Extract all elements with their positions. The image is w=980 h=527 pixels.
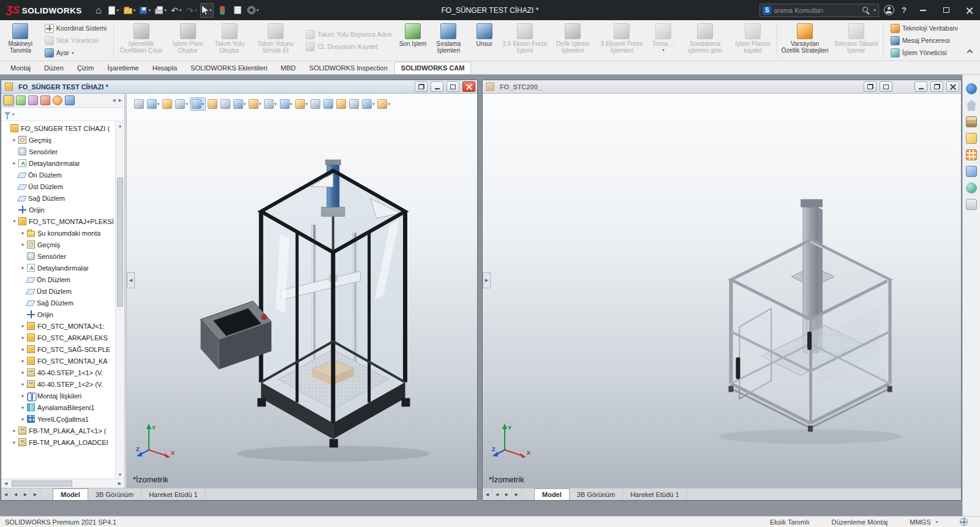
chevron-right-icon[interactable]: ▸: [20, 335, 26, 340]
tab-çizim[interactable]: Çizim: [70, 62, 101, 74]
tab-scroll-prev-button[interactable]: ◀: [11, 488, 21, 500]
tab-solidworks-cam[interactable]: SOLIDWORKS CAM: [394, 62, 472, 74]
chevron-down-icon[interactable]: ▾: [134, 8, 136, 13]
tree-item[interactable]: ▸Şu konumdaki monta: [1, 227, 115, 239]
help-icon[interactable]: [899, 6, 909, 15]
tree-item[interactable]: Orijin: [1, 308, 115, 320]
tree-item[interactable]: Sensörler: [1, 250, 115, 262]
units-chevron-down-icon[interactable]: ▾: [935, 520, 938, 525]
chevron-right-icon[interactable]: ▸: [20, 230, 26, 236]
chevron-down-icon[interactable]: ▾: [209, 8, 212, 13]
chevron-right-icon[interactable]: ▸: [11, 439, 18, 445]
chevron-down-icon[interactable]: ▾: [195, 8, 197, 13]
window-close-button[interactable]: [946, 81, 959, 92]
chevron-right-icon[interactable]: ▸: [20, 393, 26, 398]
custom-properties-icon[interactable]: [966, 199, 977, 210]
window-minimize-button[interactable]: [431, 81, 443, 92]
view-settings-button[interactable]: ▾: [294, 97, 309, 111]
file-properties-button[interactable]: [231, 3, 244, 18]
tree-item[interactable]: ▸Detaylandırmalar: [1, 157, 115, 169]
panel-collapse-handle[interactable]: ▶: [483, 272, 491, 288]
section-view-button[interactable]: ▾: [174, 97, 189, 111]
curvature-button[interactable]: [335, 97, 347, 111]
measure-button[interactable]: [219, 97, 232, 111]
chevron-right-icon[interactable]: ▸: [20, 265, 26, 271]
tab-hesapla[interactable]: Hesapla: [146, 62, 184, 74]
left-window-titlebar[interactable]: FO_SÜNGER TEST CİHAZI *: [1, 80, 477, 94]
doc-tab-hareket-etüdü-1[interactable]: Hareket Etüdü 1: [141, 488, 206, 500]
son-i-şlem-button[interactable]: Son İşlem: [397, 21, 429, 59]
tree-item[interactable]: Sensörler: [1, 146, 115, 157]
tree-filter-row[interactable]: ▾: [1, 108, 124, 121]
window-close-button[interactable]: [462, 81, 475, 92]
pan-button[interactable]: [322, 97, 334, 111]
view-orientation-button[interactable]: ▾: [190, 97, 206, 111]
chevron-down-icon[interactable]: ▾: [11, 219, 18, 224]
tree-item[interactable]: ▸FO_STC_ARKAPLEKS: [1, 332, 115, 343]
window-restore-button-2[interactable]: [930, 81, 943, 92]
ayar-button[interactable]: Ayar▾: [43, 47, 108, 59]
teknoloji-veritabanı-button[interactable]: Teknoloji Veritabanı: [889, 23, 960, 34]
doc-tab-hareket-etüdü-1[interactable]: Hareket Etüdü 1: [623, 488, 687, 500]
configurationmanager-tab[interactable]: [28, 95, 38, 105]
file-explorer-icon[interactable]: [966, 133, 977, 144]
tree-item[interactable]: ▸FO_STC_MONTAJ_KA: [1, 355, 115, 367]
window-minimize-button[interactable]: [914, 81, 927, 92]
chevron-right-icon[interactable]: ▸: [11, 428, 18, 433]
tree-item[interactable]: ▸FB-TM_PLAKA_ALT<1> (: [1, 425, 115, 436]
new-document-button[interactable]: ▾: [107, 3, 121, 18]
rotate-view-button[interactable]: [309, 97, 322, 111]
sıralama-i-şlemleri-button[interactable]: Sıralama İşlemleri: [429, 21, 469, 59]
zoom-area-button[interactable]: ▾: [146, 97, 160, 111]
viewport-options-button[interactable]: ▾: [376, 97, 391, 111]
tree-item[interactable]: Üst Düzlem: [1, 181, 115, 192]
tree-item[interactable]: Sağ Düzlem: [1, 192, 115, 204]
tree-item[interactable]: ▸Montaj İlişkileri: [1, 390, 115, 402]
web-help-icon[interactable]: [960, 518, 968, 526]
tree-item[interactable]: Orijin: [1, 204, 115, 215]
render-tools-button[interactable]: ▾: [361, 97, 375, 111]
edit-appearance-button[interactable]: ▾: [263, 97, 277, 111]
doc-tab-3b-görünüm[interactable]: 3B Görünüm: [570, 488, 623, 500]
zoom-fit-button[interactable]: [133, 97, 145, 111]
app-maximize-button[interactable]: [937, 2, 956, 18]
doc-tab-model[interactable]: Model: [534, 488, 570, 500]
print-button[interactable]: ▾: [154, 3, 168, 18]
tab-scroll-last-button[interactable]: ▶: [512, 488, 522, 500]
tree-item[interactable]: ▸AynalamaBileşeni1: [1, 402, 115, 413]
model-3d-stc200[interactable]: [483, 94, 961, 488]
tree-item[interactable]: Sağ Düzlem: [1, 297, 115, 308]
design-library-icon[interactable]: [966, 116, 977, 127]
chevron-right-icon[interactable]: ▸: [20, 405, 26, 410]
doc-tab-model[interactable]: Model: [53, 488, 88, 500]
tab-montaj[interactable]: Montaj: [4, 62, 37, 74]
displaymanager-tab[interactable]: [53, 95, 62, 105]
scrollbar-thumb[interactable]: [12, 480, 72, 487]
makineyi-tanımla-button[interactable]: Makineyi Tanımla: [1, 21, 40, 59]
app-close-button[interactable]: [960, 2, 979, 18]
tree-item[interactable]: ▸40-40.STEP_1<1> (V.: [1, 367, 115, 378]
scroll-right-icon[interactable]: ▶: [115, 481, 124, 486]
tree-item[interactable]: Üst Düzlem: [1, 285, 115, 297]
panel-collapse-handle[interactable]: ◀: [127, 272, 135, 288]
tree-horizontal-scrollbar[interactable]: ◀ ▶: [1, 479, 124, 488]
graphics-area-right[interactable]: ▶: [483, 94, 961, 488]
chevron-right-icon[interactable]: ▸: [20, 381, 26, 387]
display-style-button[interactable]: ▾: [232, 97, 247, 111]
filter-chevron-down-icon[interactable]: ▾: [12, 112, 15, 117]
koordinat-sistemi-button[interactable]: Koordinat Sistemi: [43, 23, 108, 34]
chevron-down-icon[interactable]: ▾: [116, 8, 119, 13]
chevron-down-icon[interactable]: ▾: [164, 8, 167, 13]
select-button[interactable]: ▾: [200, 3, 214, 18]
tab-scroll-first-button[interactable]: ◀: [1, 488, 11, 500]
search-chevron-down-icon[interactable]: ▾: [873, 8, 876, 13]
tree-item[interactable]: ▸Geçmiş: [1, 239, 115, 250]
search-input[interactable]: [774, 7, 859, 14]
window-maximize-button[interactable]: [880, 81, 892, 92]
home-icon[interactable]: [966, 100, 977, 111]
scroll-left-icon[interactable]: ◀: [1, 481, 10, 486]
tree-item[interactable]: FO_SÜNGER TEST CİHAZI (: [1, 122, 115, 134]
window-maximize-button[interactable]: [447, 81, 459, 92]
save-button[interactable]: ▾: [138, 3, 152, 18]
tree-item[interactable]: ▸40-40.STEP_1<2> (V.: [1, 378, 115, 390]
